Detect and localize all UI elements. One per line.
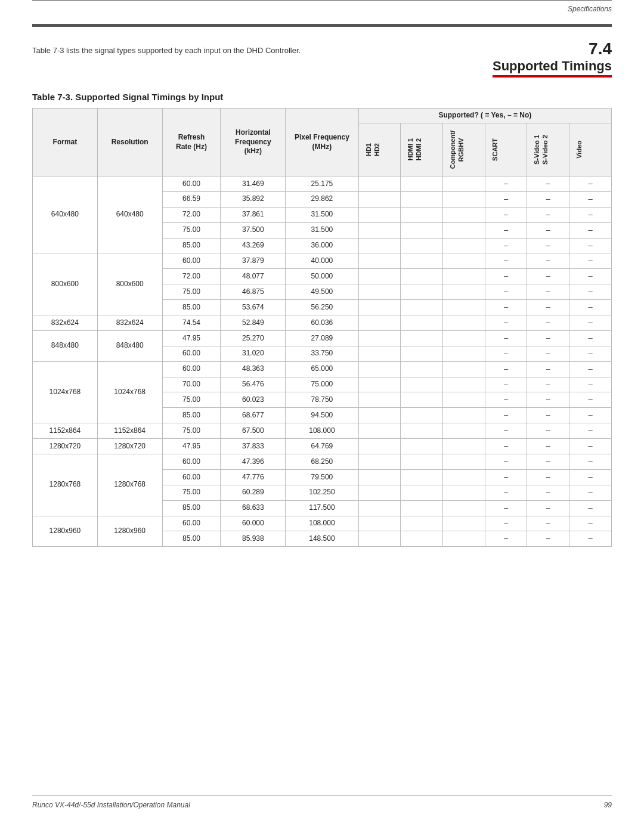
footer-page: 99 (604, 801, 612, 809)
cell-component (443, 408, 485, 423)
cell-format: 832x624 (33, 315, 98, 330)
th-video: Video (569, 123, 612, 176)
top-bar: Specifications (32, 0, 612, 13)
cell-hdmi (401, 222, 443, 238)
cell-resolution: 848x480 (97, 330, 162, 361)
cell-svideo: – (527, 330, 569, 346)
cell-horiz: 37.833 (221, 439, 286, 454)
cell-video: – (569, 346, 612, 361)
cell-scart: – (485, 485, 527, 500)
cell-pixel: 148.500 (286, 531, 358, 547)
cell-horiz: 60.023 (221, 392, 286, 408)
table-title: Table 7-3. Supported Signal Timings by I… (32, 92, 612, 102)
cell-refresh: 85.00 (162, 408, 221, 423)
cell-svideo: – (527, 361, 569, 377)
cell-svideo: – (527, 423, 569, 439)
cell-scart: – (485, 392, 527, 408)
cell-horiz: 52.849 (221, 315, 286, 330)
cell-refresh: 60.00 (162, 454, 221, 469)
cell-refresh: 85.00 (162, 238, 221, 253)
cell-hd1hd2 (358, 176, 401, 191)
table-row: 1280x7201280x72047.9537.83364.769––– (33, 439, 612, 454)
cell-hdmi (401, 439, 443, 454)
cell-refresh: 60.00 (162, 253, 221, 269)
cell-hd1hd2 (358, 377, 401, 392)
footer: Runco VX-44d/-55d Installation/Operation… (32, 795, 612, 809)
cell-horiz: 43.269 (221, 238, 286, 253)
cell-hdmi (401, 377, 443, 392)
cell-hd1hd2 (358, 361, 401, 377)
cell-svideo: – (527, 485, 569, 500)
cell-component (443, 516, 485, 531)
cell-scart: – (485, 191, 527, 207)
cell-horiz: 47.776 (221, 469, 286, 485)
signal-timings-table: Format Resolution Refresh Rate (Hz) Hori… (32, 108, 612, 547)
th-pixel: Pixel Frequency (MHz) (286, 109, 358, 176)
cell-hd1hd2 (358, 423, 401, 439)
cell-pixel: 50.000 (286, 269, 358, 284)
cell-scart: – (485, 176, 527, 191)
cell-refresh: 85.00 (162, 300, 221, 315)
cell-hd1hd2 (358, 330, 401, 346)
cell-svideo: – (527, 176, 569, 191)
cell-horiz: 37.861 (221, 207, 286, 222)
th-hd1hd2: HD1 HD2 (358, 123, 401, 176)
cell-format: 800x600 (33, 253, 98, 315)
table-row: 640x480640x48060.0031.46925.175––– (33, 176, 612, 191)
cell-hdmi (401, 485, 443, 500)
cell-hdmi (401, 269, 443, 284)
cell-video: – (569, 315, 612, 330)
cell-svideo: – (527, 269, 569, 284)
cell-pixel: 31.500 (286, 222, 358, 238)
cell-video: – (569, 361, 612, 377)
cell-horiz: 31.469 (221, 176, 286, 191)
cell-resolution: 1280x768 (97, 454, 162, 516)
cell-hdmi (401, 176, 443, 191)
cell-video: – (569, 423, 612, 439)
cell-horiz: 47.396 (221, 454, 286, 469)
content-area: Table 7-3 lists the signal types support… (32, 27, 612, 547)
cell-video: – (569, 531, 612, 547)
th-svideo: S-Video 1 S-Video 2 (527, 123, 569, 176)
cell-svideo: – (527, 516, 569, 531)
cell-hd1hd2 (358, 222, 401, 238)
cell-hd1hd2 (358, 392, 401, 408)
cell-refresh: 75.00 (162, 485, 221, 500)
cell-video: – (569, 500, 612, 516)
cell-horiz: 25.270 (221, 330, 286, 346)
cell-refresh: 75.00 (162, 222, 221, 238)
cell-scart: – (485, 300, 527, 315)
cell-svideo: – (527, 392, 569, 408)
cell-format: 1280x720 (33, 439, 98, 454)
cell-hdmi (401, 500, 443, 516)
cell-scart: – (485, 361, 527, 377)
cell-hdmi (401, 408, 443, 423)
cell-hdmi (401, 315, 443, 330)
cell-component (443, 346, 485, 361)
cell-hdmi (401, 516, 443, 531)
cell-component (443, 392, 485, 408)
page: Specifications Table 7-3 lists the signa… (0, 0, 644, 833)
cell-svideo: – (527, 377, 569, 392)
cell-pixel: 27.089 (286, 330, 358, 346)
cell-video: – (569, 191, 612, 207)
cell-refresh: 60.00 (162, 469, 221, 485)
cell-format: 1152x864 (33, 423, 98, 439)
cell-component (443, 439, 485, 454)
th-horizontal: Horizontal Frequency (kHz) (221, 109, 286, 176)
cell-refresh: 85.00 (162, 500, 221, 516)
cell-horiz: 48.363 (221, 361, 286, 377)
cell-scart: – (485, 238, 527, 253)
cell-video: – (569, 485, 612, 500)
cell-video: – (569, 269, 612, 284)
cell-svideo: – (527, 531, 569, 547)
cell-svideo: – (527, 300, 569, 315)
cell-hdmi (401, 330, 443, 346)
cell-scart: – (485, 269, 527, 284)
cell-refresh: 60.00 (162, 361, 221, 377)
cell-hdmi (401, 469, 443, 485)
cell-scart: – (485, 500, 527, 516)
cell-component (443, 500, 485, 516)
cell-hdmi (401, 531, 443, 547)
cell-resolution: 832x624 (97, 315, 162, 330)
